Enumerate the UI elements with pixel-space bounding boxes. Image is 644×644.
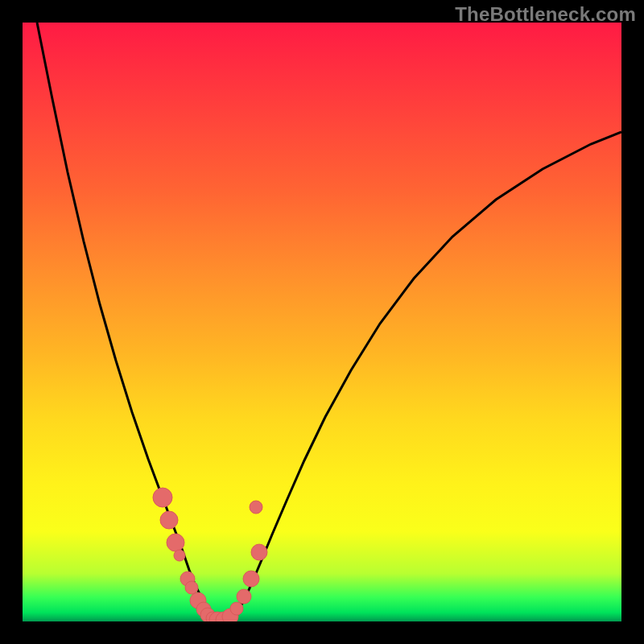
plot-area [23, 23, 621, 621]
chart-svg [23, 23, 621, 621]
data-marker [160, 511, 178, 529]
data-marker [250, 501, 262, 514]
data-marker [230, 602, 243, 615]
data-marker [251, 544, 267, 560]
data-marker [243, 571, 259, 587]
curve-group [37, 23, 621, 621]
watermark-text: TheBottleneck.com [455, 3, 636, 26]
markers-group [153, 488, 267, 621]
data-marker [185, 581, 198, 594]
data-marker [237, 589, 251, 604]
data-marker [167, 534, 184, 551]
data-marker [174, 550, 185, 561]
chart-frame: TheBottleneck.com [0, 0, 644, 644]
bottleneck-curve [37, 23, 621, 621]
data-marker [153, 488, 172, 507]
